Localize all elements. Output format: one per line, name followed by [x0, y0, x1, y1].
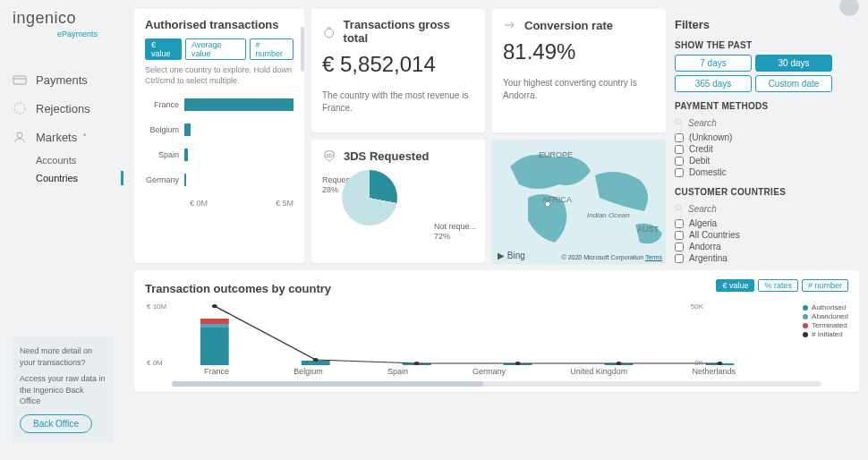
y2-tick: 50K: [691, 302, 703, 311]
nav-countries[interactable]: Countries: [13, 169, 125, 187]
pill-number[interactable]: # number: [802, 279, 848, 292]
search-input[interactable]: [688, 118, 838, 128]
svg-rect-14: [200, 319, 229, 324]
axis-min: € 0M: [190, 199, 208, 208]
map-label-africa: AFRICA: [542, 195, 572, 204]
pill-euro-value[interactable]: € value: [716, 279, 754, 292]
main-content: Authorised transactions € value Average …: [125, 0, 868, 460]
map-label-europe: EUROPE: [539, 150, 573, 159]
card-transaction-outcomes: Transaction outcomes by country € value …: [134, 270, 859, 392]
promo-text-2: Access your raw data in the Ingenico Bac…: [20, 373, 106, 407]
filters-title: Filters: [675, 18, 838, 31]
x-label: Belgium: [294, 367, 323, 376]
svg-point-21: [313, 358, 319, 362]
search-input[interactable]: [688, 204, 838, 214]
svg-rect-12: [200, 328, 229, 365]
chevron-up-icon: ˄: [82, 132, 87, 142]
check-algeria[interactable]: Algeria: [675, 217, 838, 229]
map-label-indian: Indian Ocean: [587, 211, 630, 219]
svg-point-2: [14, 103, 25, 114]
check-andorra[interactable]: Andorra: [675, 241, 838, 252]
pill-euro-value[interactable]: € value: [145, 38, 182, 60]
bar-france[interactable]: France: [145, 98, 294, 111]
terms-link[interactable]: Terms: [645, 254, 662, 260]
pie-label-notrequested: Not reque...72%: [434, 222, 476, 242]
svg-text:3D: 3D: [326, 153, 333, 158]
nav-label: Markets: [36, 131, 77, 144]
search-countries[interactable]: [675, 201, 838, 216]
nav-rejections[interactable]: Rejections: [13, 94, 125, 123]
card-3ds-requested: 3D 3DS Requested Requested28% Not reque.…: [311, 140, 485, 263]
nav-accounts[interactable]: Accounts: [13, 151, 125, 169]
card-title: Transactions gross total: [322, 18, 474, 45]
legend: Authorised Abandoned Terminated # Initia…: [803, 302, 848, 339]
card-authorised-transactions: Authorised transactions € value Average …: [134, 9, 304, 263]
check-argentina[interactable]: Argentina: [675, 252, 838, 264]
card-gross-total: Transactions gross total € 5,852,014 The…: [311, 9, 485, 132]
gross-subtext: The country with the most revenue is Fra…: [322, 89, 474, 115]
search-payment-methods[interactable]: [675, 115, 838, 130]
search-icon: [675, 117, 685, 128]
card-map[interactable]: EUROPE AFRICA Indian Ocean AUST ▶ Bing ©…: [492, 140, 666, 263]
nav-markets[interactable]: Markets ˄: [13, 123, 125, 151]
card-conversion-rate: Conversion rate 81.49% Your highest conv…: [492, 9, 666, 132]
check-credit[interactable]: Credit: [675, 143, 838, 155]
svg-point-23: [515, 362, 521, 365]
money-bag-icon: [322, 24, 336, 38]
search-icon: [675, 203, 685, 214]
label-customer-countries: CUSTOMER COUNTRIES: [675, 187, 838, 197]
hint-text: Select one country to explore. Hold down…: [145, 65, 294, 86]
pill-number[interactable]: # number: [250, 38, 294, 60]
label-show-past: SHOW THE PAST: [675, 40, 838, 50]
svg-rect-0: [13, 76, 26, 84]
svg-point-20: [212, 304, 217, 308]
x-label: France: [204, 367, 229, 376]
bing-attribution: ▶ Bing: [498, 251, 525, 260]
svg-point-10: [676, 205, 681, 210]
scrollbar[interactable]: [301, 27, 304, 72]
bar-belgium[interactable]: Belgium: [145, 124, 294, 136]
card-icon: [13, 72, 27, 87]
x-label: Germany: [472, 367, 506, 376]
sidebar: ingenico ePayments Payments Rejections M…: [0, 0, 125, 460]
svg-point-8: [676, 119, 681, 124]
backoffice-button[interactable]: Back Office: [20, 414, 92, 433]
bar-germany[interactable]: Germany: [145, 174, 294, 186]
x-label: Spain: [387, 367, 408, 376]
check-unknown[interactable]: (Unknown): [675, 132, 838, 143]
outcomes-chart: € 10M € 0M 50K 0K: [172, 304, 768, 365]
shield-icon: 3D: [322, 149, 336, 163]
svg-rect-13: [200, 324, 229, 328]
brand-logo: ingenico: [13, 9, 125, 28]
conversion-icon: [503, 18, 517, 32]
datebtn-7days[interactable]: 7 days: [675, 55, 752, 72]
nav-payments[interactable]: Payments: [13, 65, 125, 94]
check-debit[interactable]: Debit: [675, 155, 838, 166]
y-tick: € 0M: [147, 359, 163, 367]
svg-point-3: [17, 132, 22, 138]
map-copyright: © 2020 Microsoft Corporation Terms: [562, 254, 662, 260]
gross-value: € 5,852,014: [322, 52, 474, 77]
pie-chart: [342, 170, 397, 226]
check-domestic[interactable]: Domestic: [675, 166, 838, 178]
conversion-subtext: Your highest converting country is Andor…: [503, 77, 655, 102]
pill-avg-value[interactable]: Average value: [185, 38, 245, 60]
y2-tick: 0K: [694, 359, 703, 367]
pill-rates[interactable]: % rates: [758, 279, 798, 292]
reject-icon: [13, 101, 27, 115]
check-all-countries[interactable]: All Countries: [675, 229, 838, 241]
world-map: [492, 140, 666, 263]
svg-point-4: [325, 29, 334, 38]
brand-subtitle: ePayments: [57, 30, 125, 38]
promo-text-1: Need more detail on your transactions?: [20, 345, 106, 368]
svg-line-9: [680, 124, 683, 126]
bar-spain[interactable]: Spain: [145, 149, 294, 161]
map-label-aust: AUST: [637, 225, 659, 234]
x-label: Netherlands: [692, 367, 736, 376]
svg-point-22: [414, 362, 420, 365]
datebtn-30days[interactable]: 30 days: [755, 55, 832, 72]
datebtn-custom[interactable]: Custom date: [755, 75, 832, 92]
conversion-value: 81.49%: [503, 39, 655, 64]
datebtn-365days[interactable]: 365 days: [675, 75, 752, 92]
horizontal-scrollbar[interactable]: [172, 381, 821, 387]
